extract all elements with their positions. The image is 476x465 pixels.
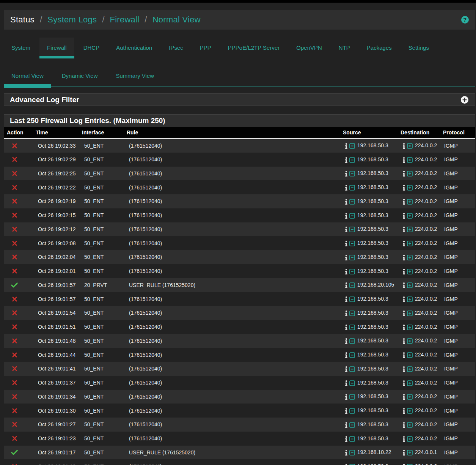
svg-text:?: ? (463, 16, 467, 23)
